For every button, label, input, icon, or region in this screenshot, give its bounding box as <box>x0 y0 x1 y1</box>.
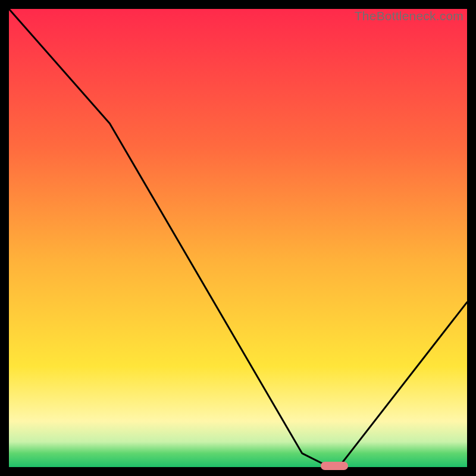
optimal-marker <box>321 462 348 470</box>
watermark-text: TheBottleneck.com <box>355 9 464 23</box>
chart-frame: TheBottleneck.com <box>9 9 467 467</box>
gradient-background <box>9 9 467 467</box>
svg-rect-0 <box>9 9 467 467</box>
